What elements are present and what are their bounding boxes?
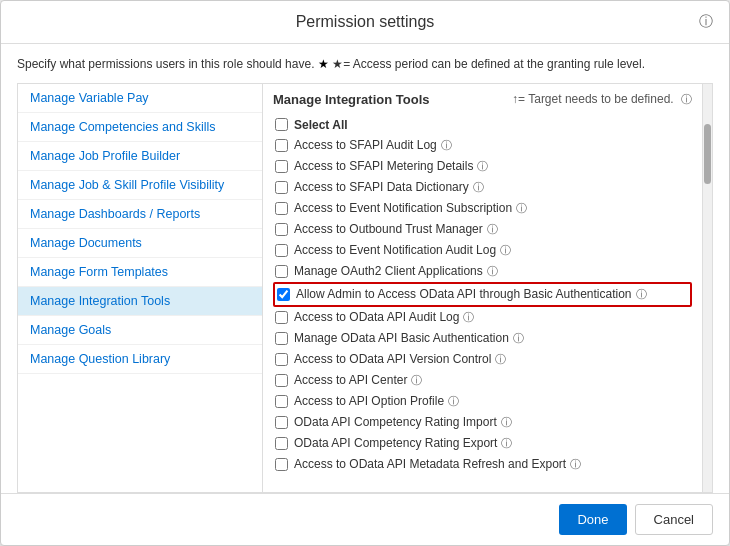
label-outbound-trust: Access to Outbound Trust Manager xyxy=(294,222,483,236)
help-icon-2[interactable]: ⓘ xyxy=(473,180,484,195)
select-all-checkbox[interactable] xyxy=(275,118,288,131)
permission-item-4: Access to Outbound Trust Manager ⓘ xyxy=(273,219,692,240)
right-panel-help-icon[interactable]: ⓘ xyxy=(681,93,692,105)
checkbox-odata-competency-import[interactable] xyxy=(275,416,288,429)
checkbox-sfapi-metering[interactable] xyxy=(275,160,288,173)
label-odata-basic-auth: Allow Admin to Access OData API through … xyxy=(296,287,632,301)
right-panel-note: ↑= Target needs to be defined. ⓘ xyxy=(512,92,692,107)
right-panel-header: Manage Integration Tools ↑= Target needs… xyxy=(273,92,692,107)
checkbox-outbound-trust[interactable] xyxy=(275,223,288,236)
label-odata-audit-log: Access to OData API Audit Log xyxy=(294,310,459,324)
help-icon-7[interactable]: ⓘ xyxy=(636,287,647,302)
permission-item-3: Access to Event Notification Subscriptio… xyxy=(273,198,692,219)
help-icon-3[interactable]: ⓘ xyxy=(516,201,527,216)
sidebar-item-manage-question-library[interactable]: Manage Question Library xyxy=(18,345,262,374)
sidebar-item-manage-integration-tools[interactable]: Manage Integration Tools xyxy=(18,287,262,316)
help-icon-8[interactable]: ⓘ xyxy=(463,310,474,325)
permission-settings-dialog: Permission settings ⓘ Specify what permi… xyxy=(0,0,730,546)
label-api-option-profile: Access to API Option Profile xyxy=(294,394,444,408)
help-icon[interactable]: ⓘ xyxy=(699,13,713,31)
permission-item-2: Access to SFAPI Data Dictionary ⓘ xyxy=(273,177,692,198)
label-odata-version-control: Access to OData API Version Control xyxy=(294,352,491,366)
checkbox-odata-metadata-refresh[interactable] xyxy=(275,458,288,471)
label-sfapi-data-dict: Access to SFAPI Data Dictionary xyxy=(294,180,469,194)
help-icon-5[interactable]: ⓘ xyxy=(500,243,511,258)
right-panel: Manage Integration Tools ↑= Target needs… xyxy=(263,84,702,492)
help-icon-11[interactable]: ⓘ xyxy=(411,373,422,388)
checkbox-event-notification-audit[interactable] xyxy=(275,244,288,257)
permission-item-15: Access to OData API Metadata Refresh and… xyxy=(273,454,692,475)
permission-item-6: Manage OAuth2 Client Applications ⓘ xyxy=(273,261,692,282)
label-odata-metadata-refresh: Access to OData API Metadata Refresh and… xyxy=(294,457,566,471)
permission-item-13: OData API Competency Rating Import ⓘ xyxy=(273,412,692,433)
help-icon-4[interactable]: ⓘ xyxy=(487,222,498,237)
help-icon-15[interactable]: ⓘ xyxy=(570,457,581,472)
permission-item-0: Access to SFAPI Audit Log ⓘ xyxy=(273,135,692,156)
permission-item-9: Manage OData API Basic Authentication ⓘ xyxy=(273,328,692,349)
label-odata-competency-export: OData API Competency Rating Export xyxy=(294,436,497,450)
label-sfapi-metering: Access to SFAPI Metering Details xyxy=(294,159,473,173)
permission-item-8: Access to OData API Audit Log ⓘ xyxy=(273,307,692,328)
help-icon-1[interactable]: ⓘ xyxy=(477,159,488,174)
label-manage-odata-basic: Manage OData API Basic Authentication xyxy=(294,331,509,345)
right-panel-title: Manage Integration Tools xyxy=(273,92,430,107)
label-event-notification-sub: Access to Event Notification Subscriptio… xyxy=(294,201,512,215)
label-oauth2-client: Manage OAuth2 Client Applications xyxy=(294,264,483,278)
permission-item-7-highlighted: Allow Admin to Access OData API through … xyxy=(273,282,692,307)
permission-item-12: Access to API Option Profile ⓘ xyxy=(273,391,692,412)
checkbox-api-center[interactable] xyxy=(275,374,288,387)
dialog-body: Specify what permissions users in this r… xyxy=(1,44,729,493)
permission-item-1: Access to SFAPI Metering Details ⓘ xyxy=(273,156,692,177)
cancel-button[interactable]: Cancel xyxy=(635,504,713,535)
select-all-label: Select All xyxy=(294,118,348,132)
intro-text: Specify what permissions users in this r… xyxy=(17,56,713,73)
left-panel: Manage Variable Pay Manage Competencies … xyxy=(18,84,263,492)
select-all-row: Select All xyxy=(273,115,692,135)
permission-item-10: Access to OData API Version Control ⓘ xyxy=(273,349,692,370)
checkbox-sfapi-audit-log[interactable] xyxy=(275,139,288,152)
checkbox-manage-odata-basic[interactable] xyxy=(275,332,288,345)
dialog-title: Permission settings xyxy=(296,13,435,31)
permission-item-11: Access to API Center ⓘ xyxy=(273,370,692,391)
permission-item-5: Access to Event Notification Audit Log ⓘ xyxy=(273,240,692,261)
dialog-footer: Done Cancel xyxy=(1,493,729,545)
checkbox-oauth2-client[interactable] xyxy=(275,265,288,278)
scrollbar-thumb[interactable] xyxy=(704,124,711,184)
help-icon-10[interactable]: ⓘ xyxy=(495,352,506,367)
help-icon-12[interactable]: ⓘ xyxy=(448,394,459,409)
sidebar-item-manage-variable-pay[interactable]: Manage Variable Pay xyxy=(18,84,262,113)
sidebar-item-manage-job-profile-builder[interactable]: Manage Job Profile Builder xyxy=(18,142,262,171)
help-icon-13[interactable]: ⓘ xyxy=(501,415,512,430)
sidebar-item-manage-job-skill-profile[interactable]: Manage Job & Skill Profile Visibility xyxy=(18,171,262,200)
checkbox-odata-competency-export[interactable] xyxy=(275,437,288,450)
checkbox-odata-version-control[interactable] xyxy=(275,353,288,366)
sidebar-item-manage-goals[interactable]: Manage Goals xyxy=(18,316,262,345)
permission-item-14: OData API Competency Rating Export ⓘ xyxy=(273,433,692,454)
scrollbar[interactable] xyxy=(702,84,712,492)
help-icon-14[interactable]: ⓘ xyxy=(501,436,512,451)
help-icon-6[interactable]: ⓘ xyxy=(487,264,498,279)
label-sfapi-audit-log: Access to SFAPI Audit Log xyxy=(294,138,437,152)
sidebar-item-manage-form-templates[interactable]: Manage Form Templates xyxy=(18,258,262,287)
dialog-header: Permission settings ⓘ xyxy=(1,1,729,44)
checkbox-odata-audit-log[interactable] xyxy=(275,311,288,324)
sidebar-item-manage-documents[interactable]: Manage Documents xyxy=(18,229,262,258)
checkbox-odata-basic-auth[interactable] xyxy=(277,288,290,301)
label-event-notification-audit: Access to Event Notification Audit Log xyxy=(294,243,496,257)
content-area: Manage Variable Pay Manage Competencies … xyxy=(17,83,713,493)
help-icon-9[interactable]: ⓘ xyxy=(513,331,524,346)
label-odata-competency-import: OData API Competency Rating Import xyxy=(294,415,497,429)
sidebar-item-manage-competencies[interactable]: Manage Competencies and Skills xyxy=(18,113,262,142)
done-button[interactable]: Done xyxy=(559,504,626,535)
help-icon-0[interactable]: ⓘ xyxy=(441,138,452,153)
checkbox-api-option-profile[interactable] xyxy=(275,395,288,408)
checkbox-sfapi-data-dict[interactable] xyxy=(275,181,288,194)
label-api-center: Access to API Center xyxy=(294,373,407,387)
checkbox-event-notification-sub[interactable] xyxy=(275,202,288,215)
sidebar-item-manage-dashboards[interactable]: Manage Dashboards / Reports xyxy=(18,200,262,229)
